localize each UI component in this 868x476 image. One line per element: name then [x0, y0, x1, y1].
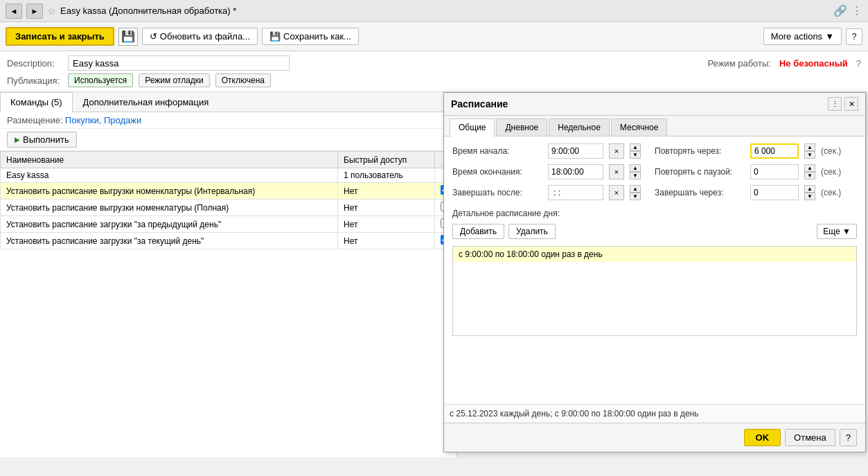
complete-after-spin-up[interactable]: ▲: [630, 185, 641, 193]
complete-after-row: Завершать после: × ▲ ▼ Завершать через: …: [452, 185, 857, 200]
dialog-title: Расписание: [451, 98, 508, 109]
run-button[interactable]: ▶ Выполнить: [7, 132, 77, 148]
row-access: Нет: [338, 200, 435, 216]
form-area: Description: Режим работы: Не безопасный…: [0, 51, 868, 92]
end-time-row: Время окончания: × ▲ ▼ Повторять с паузо…: [452, 164, 857, 179]
dialog-menu-button[interactable]: ⋮: [828, 97, 842, 111]
update-icon: ↺: [150, 31, 157, 42]
table-row[interactable]: Установить расписание выгрузки номенклат…: [1, 200, 457, 216]
bookmark-icon[interactable]: ☆: [47, 6, 56, 17]
complete-after-spin: ▲ ▼: [630, 185, 641, 200]
window-title: Easy kassa (Дополнительная обработка) *: [60, 6, 443, 16]
summary-box: с 25.12.2023 каждый день; с 9:00:00 по 1…: [444, 404, 865, 423]
mode-label: Режим работы:: [707, 58, 770, 69]
repeat-every-input[interactable]: [750, 143, 799, 159]
end-time-spin: ▲ ▼: [630, 164, 641, 179]
pub-disabled-button[interactable]: Отключена: [215, 73, 271, 87]
start-time-spin: ▲ ▼: [630, 143, 641, 159]
start-time-spin-up[interactable]: ▲: [630, 143, 641, 151]
dialog-tabs: Общие Дневное Недельное Месячное: [444, 116, 865, 136]
placement-link[interactable]: Покупки, Продажи: [65, 115, 141, 125]
ok-button[interactable]: OK: [744, 429, 781, 446]
repeat-every-unit: (сек.): [821, 146, 841, 156]
start-time-input[interactable]: [548, 143, 603, 159]
mode-help-icon[interactable]: ?: [856, 58, 861, 69]
complete-through-spin-down[interactable]: ▼: [804, 193, 815, 200]
nav-fwd-button[interactable]: ►: [26, 3, 43, 19]
pub-used-button[interactable]: Используется: [68, 73, 133, 87]
description-input[interactable]: [68, 55, 290, 71]
end-time-spin-down[interactable]: ▼: [630, 172, 641, 179]
cancel-button[interactable]: Отмена: [785, 429, 835, 446]
save-disk-button[interactable]: 💾: [118, 28, 138, 46]
eshche-button[interactable]: Еще ▼: [817, 224, 857, 239]
left-panel: Команды (5) Дополнительная информация Ра…: [0, 92, 457, 457]
more-actions-button[interactable]: More actions ▼: [763, 28, 842, 45]
dialog-close-button[interactable]: ✕: [844, 97, 858, 111]
row-access: Нет: [338, 183, 435, 200]
link-icon[interactable]: 🔗: [833, 4, 847, 17]
add-detail-button[interactable]: Добавить: [452, 224, 504, 239]
detail-label: Детальное расписание дня:: [452, 209, 857, 218]
complete-after-input[interactable]: [548, 185, 603, 200]
repeat-pause-input[interactable]: [750, 164, 799, 179]
nav-back-button[interactable]: ◄: [6, 3, 22, 19]
run-label: Выполнить: [23, 134, 69, 145]
detail-actions: Добавить Удалить Еще ▼: [452, 224, 857, 239]
repeat-pause-spin-up[interactable]: ▲: [804, 164, 815, 172]
table-row[interactable]: Установить расписание загрузки "за преды…: [1, 216, 457, 233]
repeat-every-spin: ▲ ▼: [804, 143, 815, 159]
row-name: Установить расписание загрузки "за преды…: [1, 216, 338, 233]
delete-detail-button[interactable]: Удалить: [508, 224, 556, 239]
row-access: 1 пользователь: [338, 168, 435, 183]
complete-after-spin-down[interactable]: ▼: [630, 193, 641, 200]
complete-through-spin-up[interactable]: ▲: [804, 185, 815, 193]
row-name: Установить расписание выгрузки номенклат…: [1, 183, 338, 200]
tab-extra-info[interactable]: Дополнительная информация: [73, 92, 220, 112]
dialog-help-button[interactable]: ?: [840, 429, 857, 446]
dialog-tab-monthly[interactable]: Месячное: [611, 118, 668, 136]
dialog-tab-weekly[interactable]: Недельное: [549, 118, 610, 136]
table-row[interactable]: Easy kassa1 пользователь: [1, 168, 457, 183]
dialog-tab-general[interactable]: Общие: [450, 118, 495, 136]
start-time-spin-down[interactable]: ▼: [630, 151, 641, 159]
more-icon[interactable]: ⋮: [851, 4, 862, 17]
table-row[interactable]: Установить расписание загрузки "за текущ…: [1, 233, 457, 249]
help-button[interactable]: ?: [846, 28, 862, 45]
detail-row: с 9:00:00 по 18:00:00 один раз в день: [453, 247, 856, 262]
end-time-clear-button[interactable]: ×: [609, 164, 624, 179]
dialog-controls: ⋮ ✕: [828, 97, 858, 111]
table-row[interactable]: Установить расписание выгрузки номенклат…: [1, 183, 457, 200]
row-name: Установить расписание выгрузки номенклат…: [1, 200, 338, 216]
repeat-every-spin-up[interactable]: ▲: [804, 143, 815, 151]
pub-debug-button[interactable]: Режим отладки: [139, 73, 210, 87]
start-time-row: Время начала: × ▲ ▼ Повторять через: ▲ ▼…: [452, 143, 857, 159]
save-close-button[interactable]: Записать и закрыть: [6, 27, 114, 46]
start-time-label: Время начала:: [452, 146, 542, 156]
repeat-pause-spin-down[interactable]: ▼: [804, 172, 815, 179]
schedule-dialog: Расписание ⋮ ✕ Общие Дневное Недельное М…: [443, 92, 866, 452]
more-actions-label: More actions: [771, 31, 822, 42]
row-name: Easy kassa: [1, 168, 338, 183]
complete-after-label: Завершать после:: [452, 188, 542, 197]
end-time-spin-up[interactable]: ▲: [630, 164, 641, 172]
repeat-pause-spin: ▲ ▼: [804, 164, 815, 179]
complete-through-label: Завершать через:: [655, 188, 745, 197]
run-icon: ▶: [15, 136, 20, 143]
dialog-tab-daily[interactable]: Дневное: [496, 118, 547, 136]
placement-label: Размещение:: [7, 115, 63, 125]
repeat-pause-unit: (сек.): [821, 167, 841, 177]
action-bar: ▶ Выполнить: [0, 129, 457, 151]
description-label: Description:: [7, 58, 62, 69]
end-time-input[interactable]: [548, 164, 603, 179]
complete-after-clear-button[interactable]: ×: [609, 185, 624, 200]
complete-through-input[interactable]: [750, 185, 799, 200]
dialog-titlebar: Расписание ⋮ ✕: [444, 93, 865, 116]
start-time-clear-button[interactable]: ×: [609, 143, 624, 159]
save-as-button[interactable]: 💾 Сохранить как...: [262, 28, 359, 45]
update-from-file-button[interactable]: ↺ Обновить из файла...: [142, 28, 258, 45]
repeat-pause-label: Повторять с паузой:: [655, 167, 745, 177]
tab-commands[interactable]: Команды (5): [0, 92, 73, 112]
detail-box: с 9:00:00 по 18:00:00 один раз в день: [452, 246, 857, 336]
repeat-every-spin-down[interactable]: ▼: [804, 151, 815, 159]
